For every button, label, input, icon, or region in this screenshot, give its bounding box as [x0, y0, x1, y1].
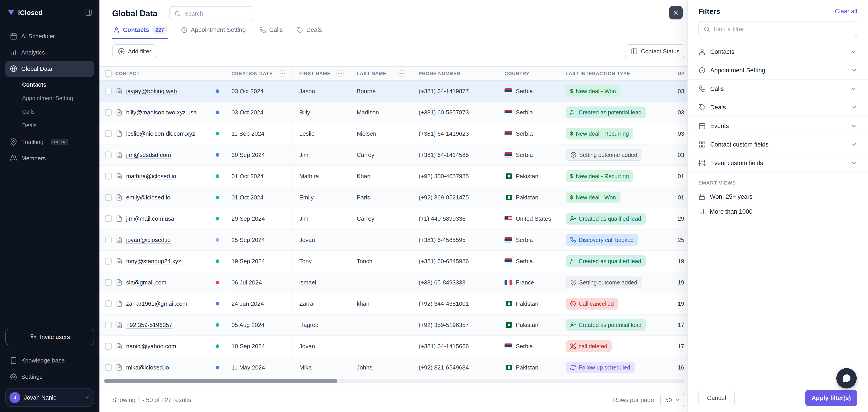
filter-group-contact-custom-fields[interactable]: Contact custom fields [688, 136, 868, 154]
filter-search-input[interactable] [714, 26, 852, 33]
creation-date-cell: 01 Oct 2024 [225, 187, 293, 208]
column-header-last-name[interactable]: LAST NAME⋯ [350, 67, 412, 80]
smart-view-more-than-1000[interactable]: More than 1000 [688, 204, 868, 219]
contact-email-link[interactable]: emily@iclosed.io [126, 194, 170, 201]
sidebar-item-global-data[interactable]: Global Data [5, 61, 94, 77]
row-checkbox[interactable] [105, 194, 112, 201]
tab-deals[interactable]: Deals [296, 25, 323, 39]
chevron-down-icon[interactable] [850, 86, 857, 92]
contact-email-link[interactable]: jayjay@bbking.web [126, 88, 177, 95]
filter-group-calls[interactable]: Calls [688, 80, 868, 98]
sidebar-item-analytics[interactable]: Analytics [5, 44, 94, 61]
contact-email-link[interactable]: sia@gmail.com [126, 279, 166, 286]
chevron-down-icon[interactable] [850, 104, 857, 111]
column-header-last-interaction-type[interactable]: LAST INTERACTION TYPE [559, 67, 671, 80]
filter-group-event-custom-fields[interactable]: Event custom fields [688, 154, 868, 173]
contact-email-link[interactable]: +92 359-5196357 [126, 322, 173, 329]
chevron-down-icon[interactable] [850, 49, 857, 55]
row-checkbox[interactable] [105, 364, 112, 371]
chevron-down-icon[interactable] [850, 141, 857, 148]
row-checkbox[interactable] [105, 300, 112, 307]
column-menu-icon[interactable]: ⋯ [279, 70, 286, 77]
chevron-down-icon[interactable] [850, 123, 857, 129]
sidebar-item-knowledge-base[interactable]: Knowledge base [5, 352, 94, 369]
contact-email-link[interactable]: jim@mail.com.usa [126, 215, 174, 222]
filter-group-appointment-setting[interactable]: Appointment Setting [688, 61, 868, 80]
sidebar-subitem-deals[interactable]: Deals [5, 118, 94, 132]
contact-email-link[interactable]: jim@sdsdsd.com [126, 151, 171, 158]
sidebar-subitem-contacts[interactable]: Contacts [5, 78, 94, 91]
sidebar-item-members[interactable]: Members [5, 150, 94, 167]
column-header-first-name[interactable]: FIRST NAME⋯ [293, 67, 350, 80]
contact-email-link[interactable]: mathira@iclosed.io [126, 173, 176, 180]
page-title: Global Data [112, 9, 157, 18]
close-panel-button[interactable] [669, 6, 683, 20]
user-plus-icon [570, 322, 576, 328]
tab-calls[interactable]: Calls [258, 25, 284, 39]
scrollbar-thumb[interactable] [104, 379, 337, 383]
sidebar-subitem-appointment-setting[interactable]: Appointment Setting [5, 91, 94, 105]
row-checkbox[interactable] [105, 343, 112, 350]
column-header-contact[interactable]: CONTACT [99, 67, 225, 80]
filter-group-events[interactable]: Events [688, 117, 868, 136]
add-filter-label: Add filter [128, 48, 151, 55]
sidebar-item-settings[interactable]: Settings [5, 369, 94, 385]
row-checkbox[interactable] [105, 88, 112, 94]
select-all-checkbox[interactable] [105, 70, 112, 77]
contact-email-link[interactable]: tony@standup24.xyz [126, 258, 181, 265]
flag-icon [504, 173, 512, 179]
row-checkbox[interactable] [105, 173, 112, 180]
sidebar-collapse-icon[interactable] [85, 9, 92, 16]
filter-search-box[interactable] [699, 21, 857, 37]
smart-view-won-25-years[interactable]: Won, 25+ years [688, 189, 868, 204]
column-menu-icon[interactable]: ⋯ [336, 70, 344, 77]
map-pin-icon [10, 138, 17, 146]
horizontal-scrollbar[interactable] [104, 379, 685, 383]
chevron-down-icon[interactable] [850, 67, 857, 74]
cancel-button[interactable]: Cancel [699, 390, 735, 406]
column-header-country[interactable]: COUNTRY [498, 67, 559, 80]
contact-email-link[interactable]: billy@madison.two.xyz.usa [126, 109, 197, 116]
contact-status-button[interactable]: Contact Status [625, 44, 685, 58]
chevron-down-icon[interactable] [850, 160, 857, 167]
rows-per-page-select[interactable]: 50 [660, 393, 685, 407]
invite-users-button[interactable]: Invite users [5, 329, 94, 345]
row-checkbox[interactable] [105, 151, 112, 158]
tab-contacts[interactable]: Contacts227 [112, 25, 168, 39]
contact-file-icon [116, 237, 123, 243]
search-input[interactable] [184, 10, 249, 17]
add-filter-button[interactable]: Add filter [112, 44, 157, 58]
row-checkbox[interactable] [105, 322, 112, 328]
rows-per-page-label: Rows per page: [613, 396, 656, 404]
sidebar-item-ai-scheduler[interactable]: AI Scheduler [5, 28, 94, 44]
column-header-creation-date[interactable]: CREATION DATE⋯ [225, 67, 293, 80]
row-checkbox[interactable] [105, 279, 112, 286]
filter-group-contacts[interactable]: Contacts [688, 43, 868, 61]
row-checkbox[interactable] [105, 237, 112, 243]
row-checkbox[interactable] [105, 215, 112, 222]
tab-label: Calls [269, 26, 283, 33]
clear-all-link[interactable]: Clear all [835, 8, 857, 15]
column-menu-icon[interactable]: ⋯ [398, 70, 405, 77]
sidebar-subitem-calls[interactable]: Calls [5, 105, 94, 118]
phone-icon [259, 27, 266, 33]
sidebar-item-tracking[interactable]: TrackingBETA [5, 134, 94, 150]
creation-date-cell: 25 Sep 2024 [225, 230, 293, 250]
column-header-phone-number[interactable]: PHONE NUMBER [412, 67, 498, 80]
apply-filters-button[interactable]: Apply filter(s) [805, 390, 857, 406]
row-checkbox[interactable] [105, 109, 112, 116]
contact-email-link[interactable]: jovan@iclosed.io [126, 237, 170, 243]
contact-email-link[interactable]: zarrar1961@gmail.com [126, 300, 187, 307]
row-checkbox[interactable] [105, 130, 112, 137]
contact-email-link[interactable]: leslie@nielsen.dk.com.xyz [126, 130, 195, 137]
user-plus-icon [570, 258, 576, 264]
user-menu[interactable]: J Jovan Nanic [5, 388, 94, 407]
contact-email-link[interactable]: nanicj@yahoo.com [126, 343, 176, 350]
search-box[interactable] [169, 6, 254, 21]
chat-widget-button[interactable] [836, 368, 857, 388]
first-name-cell: Emily [293, 187, 350, 208]
filter-group-deals[interactable]: Deals [688, 98, 868, 117]
row-checkbox[interactable] [105, 258, 112, 265]
tab-appointment-setting[interactable]: Appointment Setting [180, 25, 247, 39]
contact-email-link[interactable]: mika@iclosed.io [126, 364, 169, 371]
